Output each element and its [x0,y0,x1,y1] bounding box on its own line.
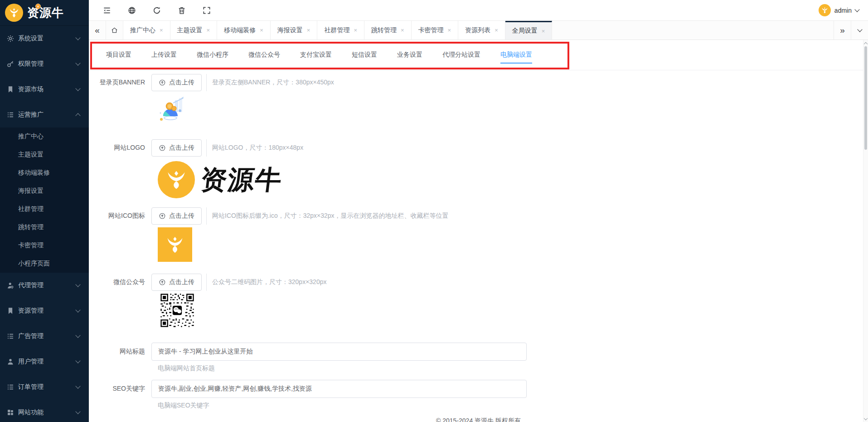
tabs-scroll-left-button[interactable]: « [89,21,106,39]
sidebar-item-resource-market[interactable]: 资源市场 [0,77,89,102]
settings-tab-business[interactable]: 业务设置 [387,40,432,70]
user-menu[interactable]: admin [819,4,859,16]
site-title-input[interactable] [151,343,527,361]
chevron-down-icon [75,35,80,40]
list-icon [6,332,15,340]
sidebar-subitem-mobile-decoration[interactable]: 移动端装修 [0,164,89,182]
sidebar-subitem-theme-settings[interactable]: 主题设置 [0,146,89,164]
chevron-down-icon [75,358,80,363]
close-icon[interactable]: × [260,27,263,33]
settings-tab-project[interactable]: 项目设置 [96,40,141,70]
home-tab[interactable] [106,21,123,39]
settings-tab-wechat-miniprogram[interactable]: 微信小程序 [187,40,238,70]
sidebar-subitem-promotion-center[interactable]: 推广中心 [0,128,89,146]
field-label-wechat-official: 微信公众号 [89,278,151,286]
site-logo-text: 资源牛 [199,167,284,193]
chevron-down-icon [75,60,80,65]
settings-tabs: 项目设置 上传设置 微信小程序 微信公众号 支付宝设置 短信设置 业务设置 代理… [89,40,868,70]
settings-tab-alipay[interactable]: 支付宝设置 [290,40,342,70]
settings-tab-pc[interactable]: 电脑端设置 [490,40,542,70]
close-icon[interactable]: × [401,27,404,33]
field-hint-seo-keywords: 电脑端SEO关键字 [158,402,868,410]
field-label-login-banner: 登录页BANNER [89,79,151,87]
sidebar-subitem-poster-settings[interactable]: 海报设置 [0,182,89,200]
sidebar-item-permissions[interactable]: 权限管理 [0,51,89,77]
close-icon[interactable]: × [207,27,210,33]
sidebar-item-ad-management[interactable]: 广告管理 [0,324,89,349]
page-tab[interactable]: 主题设置× [170,21,218,39]
scroll-down-arrow-icon[interactable] [863,417,868,421]
sidebar-item-system-settings[interactable]: 系统设置 [0,26,89,51]
pc-settings-form: 登录页BANNER 点击上传 登录页左侧BANNER，尺寸：380px×450p… [89,70,868,422]
coin-icon: ¥ [35,4,41,9]
chevron-down-icon [75,333,80,338]
page-tab[interactable]: 卡密管理× [412,21,459,39]
field-label-site-ico: 网站ICO图标 [89,212,151,220]
main-area: admin « 推广中心× 主题设置× 移动端装修× 海报设置× 社群管理× 跳… [89,0,868,422]
upload-login-banner-button[interactable]: 点击上传 [151,74,202,91]
close-icon[interactable]: × [307,27,310,33]
page-tab-active[interactable]: 全局设置× [505,21,553,39]
sidebar-subitem-redirect-management[interactable]: 跳转管理 [0,218,89,236]
sidebar: 资源牛 ¥ 系统设置 权限管理 资源市场 运营推广 推广中心 主题设置 [0,0,89,422]
bookmark-icon [6,307,15,315]
upload-icon [159,279,166,286]
chevron-down-icon [854,7,859,12]
chevron-down-icon [857,27,862,32]
menu-fold-icon[interactable] [102,6,112,15]
close-icon[interactable]: × [448,27,451,33]
field-label-site-title: 网站标题 [89,348,151,356]
settings-tab-agent-substation[interactable]: 代理分站设置 [432,40,490,70]
scrollbar-thumb[interactable] [864,46,867,150]
sidebar-subitem-card-key-management[interactable]: 卡密管理 [0,236,89,255]
upload-site-ico-button[interactable]: 点击上传 [151,207,202,225]
page-tab[interactable]: 海报设置× [271,21,318,39]
close-icon[interactable]: × [160,27,163,33]
upload-site-logo-button[interactable]: 点击上传 [151,139,202,157]
trash-icon[interactable] [177,6,186,15]
field-hint-site-title: 电脑端网站首页标题 [158,364,868,373]
brand-name: 资源牛 [27,7,64,19]
sidebar-item-resource-management[interactable]: 资源管理 [0,298,89,324]
sidebar-item-site-features[interactable]: 网站功能 [0,400,89,422]
admin-app: 资源牛 ¥ 系统设置 权限管理 资源市场 运营推广 推广中心 主题设置 [0,0,868,422]
sidebar-subitem-miniprogram-pages[interactable]: 小程序页面 [0,255,89,273]
close-icon[interactable]: × [495,27,498,33]
page-tab[interactable]: 社群管理× [317,21,364,39]
chevron-down-icon [75,86,80,91]
sidebar-item-agent-management[interactable]: 代理管理 [0,273,89,298]
submenu-operation-promotion: 推广中心 主题设置 移动端装修 海报设置 社群管理 跳转管理 卡密管理 小程序页… [0,128,89,273]
gear-icon [6,34,15,43]
settings-tab-wechat-official[interactable]: 微信公众号 [238,40,290,70]
close-icon[interactable]: × [354,27,357,33]
close-icon[interactable]: × [542,28,545,34]
bookmark-icon [6,85,15,93]
refresh-icon[interactable] [152,6,161,15]
scroll-up-arrow-icon[interactable] [863,41,868,45]
fullscreen-icon[interactable] [202,6,211,15]
settings-tab-sms[interactable]: 短信设置 [342,40,387,70]
sidebar-item-user-management[interactable]: 用户管理 [0,349,89,374]
field-label-site-logo: 网站LOGO [89,144,151,152]
tabs-actions-button[interactable] [851,21,868,39]
page-tab[interactable]: 资源列表× [458,21,505,39]
chevron-down-icon [75,383,80,388]
sidebar-item-order-management[interactable]: 订单管理 [0,374,89,400]
page-tab[interactable]: 移动端装修× [217,21,271,39]
page-tab[interactable]: 推广中心× [123,21,170,39]
settings-tab-upload[interactable]: 上传设置 [141,40,187,70]
chevron-down-icon [75,307,80,312]
field-hint-wechat-official: 公众号二维码图片，尺寸：320px×320px [206,274,326,291]
sidebar-subitem-community-management[interactable]: 社群管理 [0,200,89,218]
field-hint-site-ico: 网站ICO图标后缀为.ico，尺寸：32px×32px，显示在浏览器的地址栏、收… [206,207,449,225]
page-tab[interactable]: 跳转管理× [364,21,412,39]
sidebar-logo[interactable]: 资源牛 ¥ [0,0,89,26]
upload-wechat-qr-button[interactable]: 点击上传 [151,274,202,291]
seo-keywords-input[interactable] [151,380,527,398]
globe-icon[interactable] [127,6,136,15]
tabs-scroll-right-button[interactable]: » [834,21,851,39]
key-icon [6,60,15,68]
page-scrollbar[interactable] [863,40,868,422]
sidebar-item-operation-promotion[interactable]: 运营推广 [0,102,89,128]
avatar [819,4,831,16]
